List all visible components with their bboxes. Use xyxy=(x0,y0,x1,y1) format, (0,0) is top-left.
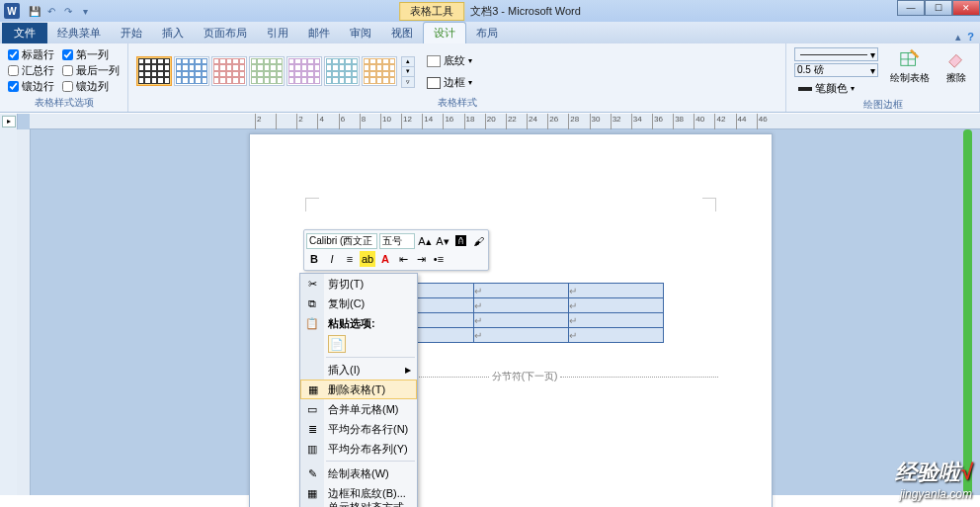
panel-toggle[interactable]: ▸ xyxy=(2,116,16,127)
cm-cell-alignment[interactable]: 单元格对齐方式(G)▶ xyxy=(300,503,417,507)
cm-cut[interactable]: ✂剪切(T) xyxy=(300,274,417,294)
watermark: 经验啦√ jingyanla.com xyxy=(895,458,972,501)
draw-table-button[interactable]: 绘制表格 xyxy=(886,47,934,85)
italic-icon[interactable]: I xyxy=(324,251,340,267)
shading-button[interactable]: 底纹▾ xyxy=(423,51,476,70)
eraser-icon xyxy=(945,47,967,69)
ribbon: 标题行 汇总行 镶边行 第一列 最后一列 镶边列 表格样式选项 ▴▾▿ xyxy=(0,43,980,113)
chk-banded-col[interactable]: 镶边列 xyxy=(62,79,120,94)
dist-rows-icon: ≣ xyxy=(304,421,320,437)
pencil-table-icon xyxy=(899,47,921,69)
chk-last-col[interactable]: 最后一列 xyxy=(62,63,120,78)
gallery-scroll[interactable]: ▴▾▿ xyxy=(401,56,415,88)
ribbon-tabs: 文件 经典菜单 开始 插入 页面布局 引用 邮件 审阅 视图 设计 布局 ▴ ? xyxy=(0,22,980,43)
quick-access-toolbar: 💾 ↶ ↷ ▾ xyxy=(28,4,92,18)
maximize-button[interactable]: ☐ xyxy=(925,0,952,16)
pen-weight-select[interactable]: 0.5 磅▾ xyxy=(794,63,878,77)
tab-review[interactable]: 审阅 xyxy=(340,23,381,43)
margin-mark xyxy=(305,198,319,211)
tab-mailings[interactable]: 邮件 xyxy=(298,23,340,43)
bold-icon[interactable]: B xyxy=(306,251,322,267)
eraser-button[interactable]: 擦除 xyxy=(941,47,971,85)
clipboard-icon: 📋 xyxy=(304,315,320,331)
tab-page-layout[interactable]: 页面布局 xyxy=(194,23,257,43)
help-icon[interactable]: ? xyxy=(967,31,974,43)
tab-table-layout[interactable]: 布局 xyxy=(466,23,508,43)
shrink-font-icon[interactable]: A▾ xyxy=(435,233,450,249)
tab-design[interactable]: 设计 xyxy=(423,22,466,43)
dist-cols-icon: ▥ xyxy=(304,441,320,457)
cm-draw-table[interactable]: ✎绘制表格(W) xyxy=(300,464,417,483)
nav-panel-strip: ▸ xyxy=(0,114,18,495)
page: ↵↵↵ ↵↵↵ ↵↵↵ ↵↵↵ 分节符(下一页) Calibri (西文正 五号… xyxy=(249,133,773,507)
cm-distribute-rows[interactable]: ≣平均分布各行(N) xyxy=(300,419,417,439)
style-thumb[interactable] xyxy=(136,56,172,86)
minimize-button[interactable]: — xyxy=(897,0,925,16)
tab-file[interactable]: 文件 xyxy=(2,23,47,43)
style-gallery[interactable]: ▴▾▿ xyxy=(136,56,415,88)
style-thumb[interactable] xyxy=(174,56,209,86)
qat-more-icon[interactable]: ▾ xyxy=(78,4,92,18)
tab-view[interactable]: 视图 xyxy=(381,23,423,43)
copy-icon: ⧉ xyxy=(304,296,320,311)
pen-style-select[interactable]: ▾ xyxy=(794,47,878,61)
pencil-icon: ✎ xyxy=(304,465,320,481)
undo-icon[interactable]: ↶ xyxy=(44,4,58,18)
indent-dec-icon[interactable]: ⇤ xyxy=(395,251,411,267)
chk-total-row[interactable]: 汇总行 xyxy=(8,63,54,78)
paste-keep-source-icon: 📄 xyxy=(328,335,346,353)
font-color-icon[interactable]: A xyxy=(377,251,393,267)
contextual-tab-label: 表格工具 xyxy=(399,2,464,21)
tab-home[interactable]: 开始 xyxy=(111,23,152,43)
style-thumb[interactable] xyxy=(324,56,360,86)
app-icon: W xyxy=(4,3,20,19)
tab-references[interactable]: 引用 xyxy=(257,23,298,43)
margin-mark xyxy=(702,198,716,211)
vertical-ruler[interactable] xyxy=(17,129,31,495)
document-area: ▸ 22468101214161820222426283032343638404… xyxy=(0,114,980,495)
cm-distribute-cols[interactable]: ▥平均分布各列(Y) xyxy=(300,439,417,459)
tab-classic[interactable]: 经典菜单 xyxy=(47,23,111,43)
close-button[interactable]: ✕ xyxy=(952,0,980,16)
cm-merge-cells[interactable]: ▭合并单元格(M) xyxy=(300,399,417,419)
redo-icon[interactable]: ↷ xyxy=(61,4,75,18)
ribbon-minimize-icon[interactable]: ▴ xyxy=(955,31,961,43)
chk-header-row[interactable]: 标题行 xyxy=(8,47,54,62)
pen-color-button[interactable]: 笔颜色▾ xyxy=(794,79,878,98)
align-icon[interactable]: ≡ xyxy=(342,251,358,267)
indent-inc-icon[interactable]: ⇥ xyxy=(413,251,429,267)
cm-paste-options-label: 📋粘贴选项: xyxy=(300,313,417,333)
group-table-style-options: 标题行 汇总行 镶边行 第一列 最后一列 镶边列 表格样式选项 xyxy=(0,43,128,112)
borders-button[interactable]: 边框▾ xyxy=(423,73,476,92)
mini-toolbar: Calibri (西文正 五号 A▴ A▾ 🅰 🖌 B I ≡ ab A ⇤ ⇥… xyxy=(303,229,489,271)
format-painter-icon[interactable]: 🖌 xyxy=(470,233,486,249)
scissors-icon: ✂ xyxy=(304,276,320,292)
style-thumb[interactable] xyxy=(211,56,247,86)
save-icon[interactable]: 💾 xyxy=(28,4,41,18)
group-draw-borders: ▾ 0.5 磅▾ 笔颜色▾ 绘制表格 擦除 绘图边框 xyxy=(786,43,980,112)
delete-table-icon: ▦ xyxy=(305,381,321,397)
styles-icon[interactable]: 🅰 xyxy=(452,233,468,249)
group-table-styles: ▴▾▿ 底纹▾ 边框▾ 表格样式 xyxy=(128,43,786,112)
side-indicator xyxy=(963,129,972,495)
highlight-icon[interactable]: ab xyxy=(360,251,375,267)
context-menu: ✂剪切(T) ⧉复制(C) 📋粘贴选项: 📄 插入(I)▶ ▦删除表格(T) ▭… xyxy=(299,273,418,507)
style-thumb[interactable] xyxy=(249,56,285,86)
mini-font-select[interactable]: Calibri (西文正 xyxy=(306,233,377,249)
chk-first-col[interactable]: 第一列 xyxy=(62,47,120,62)
mini-size-select[interactable]: 五号 xyxy=(379,233,415,249)
borders-icon: ▦ xyxy=(304,485,320,501)
style-thumb[interactable] xyxy=(362,56,397,86)
window-controls: — ☐ ✕ xyxy=(897,0,980,16)
cm-delete-table[interactable]: ▦删除表格(T) xyxy=(300,380,417,399)
horizontal-ruler[interactable]: 2246810121416182022242628303234363840424… xyxy=(30,114,980,129)
cm-insert[interactable]: 插入(I)▶ xyxy=(300,360,417,380)
merge-icon: ▭ xyxy=(304,401,320,417)
grow-font-icon[interactable]: A▴ xyxy=(417,233,433,249)
cm-copy[interactable]: ⧉复制(C) xyxy=(300,294,417,313)
chk-banded-row[interactable]: 镶边行 xyxy=(8,79,54,94)
bullets-icon[interactable]: •≡ xyxy=(431,251,447,267)
style-thumb[interactable] xyxy=(286,56,322,86)
tab-insert[interactable]: 插入 xyxy=(152,23,194,43)
document-title: 文档3 - Microsoft Word xyxy=(470,4,581,19)
